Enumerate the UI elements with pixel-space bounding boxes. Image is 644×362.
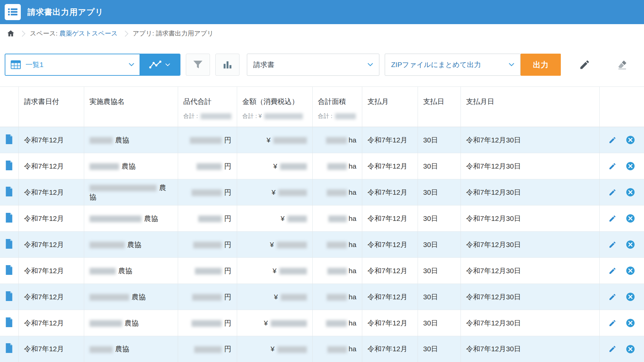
redacted-area bbox=[327, 163, 347, 170]
breadcrumb-app: アプリ: 請求書出力用アプリ bbox=[133, 29, 214, 38]
record-document-icon[interactable] bbox=[5, 291, 13, 301]
delete-record-icon[interactable] bbox=[626, 240, 635, 249]
row-actions-cell bbox=[599, 205, 644, 232]
edit-record-icon[interactable] bbox=[608, 136, 616, 144]
pay-day-cell: 30日 bbox=[418, 336, 461, 362]
chart-button[interactable] bbox=[215, 54, 239, 76]
home-icon[interactable] bbox=[7, 29, 15, 38]
header-invoice-date[interactable]: 請求書日付 bbox=[18, 87, 84, 127]
delete-record-icon[interactable] bbox=[626, 292, 635, 301]
pay-date-cell: 令和7年12月30日 bbox=[461, 232, 599, 258]
coop-name-cell: 農協 bbox=[84, 127, 178, 153]
redacted-item-total bbox=[197, 163, 222, 170]
record-document-icon[interactable] bbox=[5, 161, 13, 170]
header-pay-day[interactable]: 支払日 bbox=[418, 87, 461, 127]
breadcrumb-separator-icon bbox=[122, 31, 128, 37]
area-cell: ha bbox=[312, 284, 362, 310]
pay-month-cell: 令和7年12月 bbox=[362, 205, 418, 232]
redacted-item-total bbox=[194, 346, 222, 353]
bar-chart-icon bbox=[222, 60, 232, 70]
area-cell: ha bbox=[312, 205, 362, 232]
pay-date-cell: 令和7年12月30日 bbox=[461, 336, 599, 362]
invoice-date-cell: 令和7年12月 bbox=[18, 336, 84, 362]
header-item-total[interactable]: 品代合計 合計 : bbox=[178, 87, 237, 127]
area-cell: ha bbox=[312, 232, 362, 258]
pay-date-cell: 令和7年12月30日 bbox=[461, 205, 599, 232]
table-row: 令和7年12月 農協 円 ¥ ha 令和7年12月 30日 令和7年12月30日 bbox=[0, 127, 644, 153]
area-cell: ha bbox=[312, 153, 362, 179]
row-actions-cell bbox=[599, 284, 644, 310]
export-button[interactable]: 出力 bbox=[521, 54, 561, 76]
output-format-select[interactable]: ZIPファイルにまとめて出力 bbox=[385, 54, 521, 76]
record-document-icon[interactable] bbox=[5, 187, 13, 196]
view-select[interactable]: 一覧1 bbox=[5, 54, 140, 75]
area-cell: ha bbox=[312, 127, 362, 153]
delete-record-icon[interactable] bbox=[626, 318, 635, 327]
edit-record-icon[interactable] bbox=[608, 293, 616, 301]
pay-month-cell: 令和7年12月 bbox=[362, 179, 418, 205]
delete-record-icon[interactable] bbox=[626, 345, 635, 354]
redacted-item-total bbox=[192, 294, 222, 301]
redacted-amount bbox=[277, 242, 307, 248]
list-icon bbox=[8, 8, 18, 16]
app-menu-icon[interactable] bbox=[5, 4, 21, 20]
redacted-amount bbox=[278, 189, 307, 196]
pay-day-cell: 30日 bbox=[418, 127, 461, 153]
amount-cell: ¥ bbox=[237, 336, 312, 362]
view-select-value: 一覧1 bbox=[25, 60, 124, 69]
edit-record-icon[interactable] bbox=[608, 345, 616, 353]
area-cell: ha bbox=[312, 258, 362, 284]
header-amount[interactable]: 金額（消費税込） 合計 : ¥ bbox=[237, 87, 312, 127]
redacted-coop-name bbox=[90, 185, 157, 191]
edit-record-icon[interactable] bbox=[608, 162, 616, 170]
record-type-select[interactable]: 請求書 bbox=[247, 54, 379, 76]
record-type-value: 請求書 bbox=[253, 60, 274, 69]
space-link[interactable]: 農薬ゲストスペース bbox=[59, 30, 118, 37]
redacted-coop-name bbox=[90, 163, 119, 170]
eraser-icon[interactable] bbox=[616, 59, 628, 70]
filter-button[interactable] bbox=[186, 54, 210, 76]
redacted-item-total bbox=[192, 189, 222, 196]
record-table: 請求書日付 実施農協名 品代合計 合計 : 金額（消費税込） 合計 : ¥ 合計… bbox=[0, 86, 644, 362]
delete-record-icon[interactable] bbox=[626, 188, 635, 197]
record-document-icon[interactable] bbox=[5, 213, 13, 223]
edit-record-icon[interactable] bbox=[608, 267, 616, 275]
coop-name-cell: 農協 bbox=[84, 284, 178, 310]
record-icon-cell bbox=[0, 310, 18, 336]
delete-record-icon[interactable] bbox=[626, 214, 635, 223]
graph-view-button[interactable] bbox=[140, 54, 180, 75]
amount-cell: ¥ bbox=[237, 232, 312, 258]
app-edit-pencil-icon[interactable] bbox=[579, 59, 590, 70]
redacted-subtotal bbox=[264, 113, 303, 119]
record-document-icon[interactable] bbox=[5, 343, 13, 353]
toolbar-right bbox=[579, 59, 639, 70]
delete-record-icon[interactable] bbox=[626, 135, 635, 144]
edit-record-icon[interactable] bbox=[608, 188, 616, 196]
header-coop-name[interactable]: 実施農協名 bbox=[84, 87, 178, 127]
header-pay-month[interactable]: 支払月 bbox=[362, 87, 418, 127]
record-icon-cell bbox=[0, 153, 18, 179]
coop-name-cell: 農協 bbox=[84, 205, 178, 232]
amount-cell: ¥ bbox=[237, 153, 312, 179]
row-actions-cell bbox=[599, 232, 644, 258]
header-pay-date[interactable]: 支払月日 bbox=[461, 87, 599, 127]
delete-record-icon[interactable] bbox=[626, 266, 635, 275]
table-icon bbox=[11, 60, 21, 69]
edit-record-icon[interactable] bbox=[608, 215, 616, 223]
coop-name-cell: 農協 bbox=[84, 153, 178, 179]
row-actions-cell bbox=[599, 127, 644, 153]
edit-record-icon[interactable] bbox=[608, 319, 616, 327]
record-document-icon[interactable] bbox=[5, 239, 13, 249]
redacted-coop-name bbox=[90, 320, 122, 327]
header-total-area[interactable]: 合計面積 合計 : bbox=[312, 87, 362, 127]
record-document-icon[interactable] bbox=[5, 265, 13, 275]
pay-day-cell: 30日 bbox=[418, 205, 461, 232]
record-document-icon[interactable] bbox=[5, 317, 13, 327]
area-subtotal: 合計 : bbox=[318, 112, 357, 120]
redacted-area bbox=[326, 137, 347, 144]
item-total-cell: 円 bbox=[178, 232, 237, 258]
amount-cell: ¥ bbox=[237, 179, 312, 205]
edit-record-icon[interactable] bbox=[608, 241, 616, 249]
delete-record-icon[interactable] bbox=[626, 162, 635, 171]
record-document-icon[interactable] bbox=[5, 134, 13, 144]
